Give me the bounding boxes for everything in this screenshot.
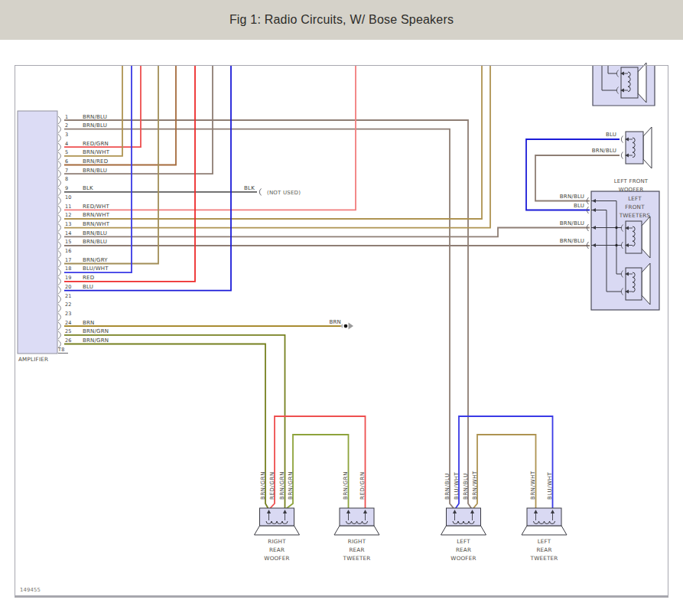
pin-number: 12 [65,212,72,218]
pin-number: 2 [65,122,68,129]
wire-pin25-brngrn [64,335,285,510]
pin-number: 5 [65,149,68,155]
wire-label: BRN/BLU [560,220,584,227]
pin-wire-label: RED/WHT [83,204,109,210]
figure-id: 149455 [20,587,41,593]
wire-label-vertical: BRN/BLU [463,473,469,500]
pin-bracket [58,305,61,312]
speaker-magnet [527,508,561,526]
speaker-name: REAR [536,546,551,553]
wire-label-vertical: BRN/BLU [444,473,450,500]
pin-wire-label: BRN/BLU [83,239,107,245]
speaker-magnet [260,508,294,526]
pin-number: 1 [65,114,68,120]
pin-wire-label: BLK [83,185,93,191]
pin-wire-label: BRN [83,320,95,326]
pin-wire-label: RED [83,275,94,281]
speaker-name: RIGHT [348,538,366,545]
pin-number: 14 [65,230,72,236]
pin-bracket [58,286,61,294]
wiring-diagram: 1BRN/BLU2BRN/BLU34RED/GRN5BRN/WHT6BRN/RE… [0,0,683,616]
pin-bracket [58,215,61,223]
pin-number: 23 [65,311,72,317]
wire-jumper-brngrn [285,435,349,510]
junction-dot [615,244,617,246]
pin-wire-label: BRN/WHT [83,149,110,155]
pin-bracket [58,116,61,124]
pin-number: 15 [65,239,72,245]
pin-wire-label: BRN/BLU [83,122,107,129]
pin-number: 24 [65,320,72,326]
pin-number: 20 [65,284,72,290]
wire-label-vertical: BRN/WHT [472,471,478,500]
pin-bracket [58,223,61,231]
pin-bracket [58,259,61,267]
pin-bracket [58,125,61,133]
pin-wire-label: BRN/BLU [83,114,107,120]
pin-bracket [58,322,61,330]
pin-wire-label: BRN/BLU [83,230,107,236]
ground-icon [344,324,348,328]
speaker-name: LEFT [628,195,642,202]
pin-number: 7 [65,168,68,174]
wire-pin1-brnblu [64,120,473,510]
wire-label: LEFT FRONT [614,178,649,184]
pin-bracket [58,269,61,276]
pin-bracket [58,179,61,187]
speaker-magnet [626,221,642,253]
pin-number: 8 [65,176,68,182]
speaker-name: LEFT [538,538,551,545]
speaker-name: WOOFER [264,555,289,562]
speaker-name: LEFT [457,538,470,545]
pin-bracket [58,152,61,160]
wire-pin11-redwht [64,65,356,210]
speaker-cone [255,526,300,535]
wire-label-vertical: BRN/WHT [530,471,536,500]
pin-wire-label: BRN/GRN [83,328,109,334]
pin-bracket [58,278,61,285]
amplifier-box [18,111,57,354]
pin-number: 11 [65,204,72,210]
wire-label: BRN/BLU [560,238,584,244]
pin-bracket [58,233,61,240]
pin-wire-label: BLU [83,284,93,290]
wire-label-vertical: BLU/WHT [547,471,553,500]
pin-number: 6 [65,158,68,165]
pin-number: 21 [65,293,72,299]
pin-number: 26 [65,337,72,344]
pin-number: 13 [65,221,72,227]
wire-label: WOOFER [619,187,643,193]
wire-label-vertical: RED/GRN [269,471,275,500]
speaker-name: TWEETER [343,555,371,562]
pin-number: 18 [65,266,72,272]
pin-wire-label: BLU/WHT [83,266,109,272]
wire-label-vertical: BLU/WHT [454,471,460,500]
wire-jumper-brnwht [473,435,536,510]
wire-pin26-brngrn [64,344,269,510]
speaker-name: RIGHT [268,538,286,545]
speaker-cone [334,526,379,535]
pin-bracket [58,197,61,204]
pin-bracket [58,143,61,151]
wire-label-vertical: BRN/GRN [260,471,266,500]
wire-label: (NOT USED) [267,190,301,196]
pin-bracket [58,331,61,339]
pin-wire-label: BRN/RED [83,158,108,165]
junction-dot [615,227,617,229]
pin-number: 25 [65,328,72,334]
wire-pin4-redgrn [64,65,141,147]
figure-title-bar: Fig 1: Radio Circuits, W/ Bose Speakers [0,0,683,40]
pin-wire-label: BRN/WHT [83,221,110,227]
connector-paren [259,188,261,195]
figure-title: Fig 1: Radio Circuits, W/ Bose Speakers [229,13,454,27]
pin-bracket [58,170,61,178]
wire-label: BRN/BLU [592,148,616,154]
pin-tail-label: T8 [57,347,65,353]
speaker-name: FRONT [625,204,645,210]
wire-label: BLU [606,132,616,138]
pin-number: 16 [65,248,72,254]
pin-number: 9 [65,185,68,191]
amplifier-label: AMPLIFIER [18,356,48,363]
speaker-name: TWEETERS [619,212,651,219]
connector-paren [621,136,623,143]
